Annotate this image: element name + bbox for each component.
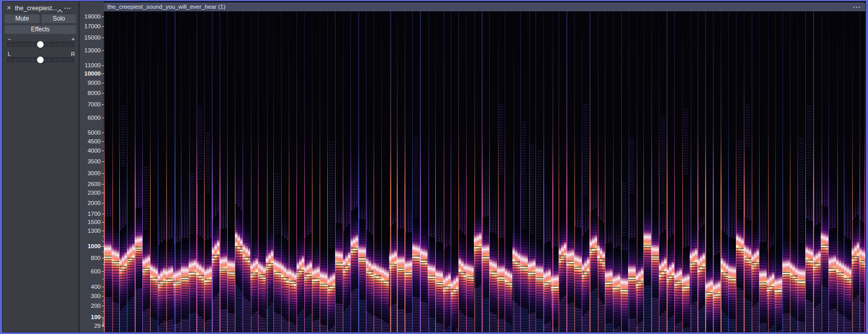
audacity-window: × the_creepiest... ••• Mute Solo Effects… bbox=[0, 0, 868, 334]
ruler-label: 400 bbox=[91, 284, 101, 290]
ruler-label: 3000 bbox=[87, 170, 101, 176]
track-view[interactable]: the_creepiest_sound_you_will_ever_hear (… bbox=[104, 2, 865, 332]
clip-header[interactable]: the_creepiest_sound_you_will_ever_hear (… bbox=[104, 3, 865, 11]
ruler-label: 11000 bbox=[85, 62, 101, 68]
ruler-label: 2000 bbox=[87, 200, 101, 206]
ruler-label: 1500 bbox=[87, 219, 101, 225]
pan-right-label: R bbox=[71, 51, 75, 57]
ruler-label: 800 bbox=[91, 255, 101, 261]
pan-left-label: L bbox=[8, 51, 11, 57]
ruler-label: 13000 bbox=[84, 47, 101, 53]
ruler-label: 600 bbox=[91, 268, 101, 274]
ruler-label: 2600 bbox=[87, 181, 101, 187]
track-control-panel[interactable]: × the_creepiest... ••• Mute Solo Effects… bbox=[3, 2, 79, 332]
ruler-label: 4000 bbox=[87, 147, 101, 154]
track-menu-icon[interactable]: ••• bbox=[64, 6, 71, 10]
ruler-label: 17000 bbox=[84, 23, 101, 29]
ruler-label: 29 bbox=[94, 323, 101, 329]
mute-button[interactable]: Mute bbox=[5, 14, 40, 23]
ruler-label: 200 bbox=[91, 303, 101, 309]
window-content: × the_creepiest... ••• Mute Solo Effects… bbox=[3, 2, 865, 332]
ruler-label: 100 bbox=[91, 314, 101, 320]
track-header-row: × the_creepiest... ••• bbox=[3, 4, 79, 12]
ruler-label: 7000 bbox=[87, 101, 101, 107]
ruler-label: 1000 bbox=[87, 243, 101, 249]
close-track-icon[interactable]: × bbox=[7, 4, 11, 12]
clip-title: the_creepiest_sound_you_will_ever_hear (… bbox=[107, 4, 226, 10]
spectrogram-canvas[interactable] bbox=[104, 11, 865, 332]
ruler-label: 2300 bbox=[87, 190, 101, 196]
frequency-ruler[interactable]: 1900017000150001300011000100009000800070… bbox=[80, 2, 104, 332]
ruler-label: 3500 bbox=[87, 158, 101, 164]
ruler-label: 10000 bbox=[84, 70, 101, 77]
ruler-label: 6000 bbox=[87, 115, 101, 121]
ruler-label: 9000 bbox=[87, 80, 101, 86]
ruler-label: 1700 bbox=[87, 211, 101, 217]
effects-button[interactable]: Effects bbox=[5, 25, 76, 34]
solo-button[interactable]: Solo bbox=[42, 14, 76, 23]
ruler-label: 8000 bbox=[87, 90, 101, 96]
ruler-label: 4500 bbox=[87, 138, 101, 144]
ruler-label: 15000 bbox=[84, 34, 101, 41]
ruler-label: 19000 bbox=[84, 13, 101, 20]
gain-slider-thumb[interactable] bbox=[37, 41, 44, 48]
clip-menu-icon[interactable]: ••• bbox=[853, 3, 861, 11]
pan-slider-thumb[interactable] bbox=[37, 57, 44, 63]
track-title[interactable]: the_creepiest... bbox=[15, 5, 57, 12]
chevron-up-icon[interactable] bbox=[57, 6, 63, 11]
ruler-label: 1300 bbox=[87, 228, 101, 234]
ruler-label: 5000 bbox=[87, 129, 101, 136]
ruler-label: 300 bbox=[91, 293, 101, 299]
